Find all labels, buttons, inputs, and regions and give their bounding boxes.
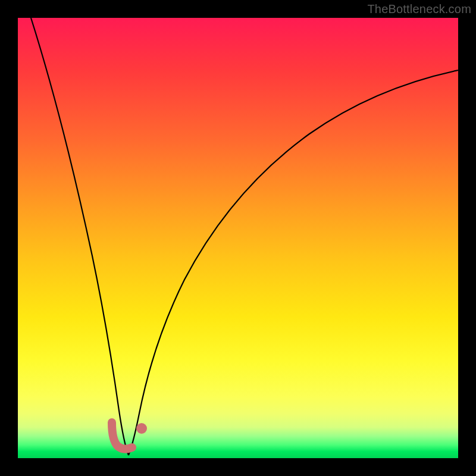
watermark-text: TheBottleneck.com [367,2,471,16]
curve-right [129,70,458,455]
curve-left [31,18,129,455]
marker-dot [136,423,147,434]
plot-area [18,18,458,458]
curves-layer [18,18,458,458]
chart-frame: TheBottleneck.com [0,0,476,476]
